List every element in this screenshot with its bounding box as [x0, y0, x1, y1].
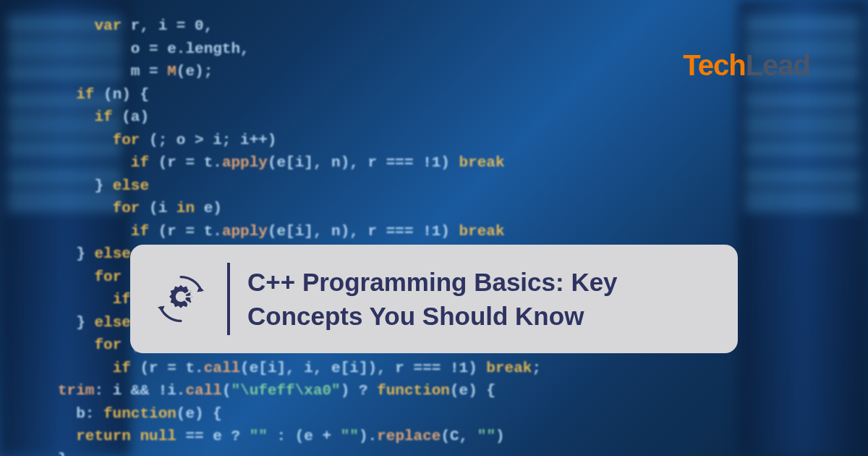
title-card: C++ Programming Basics: Key Concepts You…	[130, 245, 738, 353]
article-title: C++ Programming Basics: Key Concepts You…	[247, 265, 716, 334]
brand-part1: Tech	[683, 49, 745, 81]
svg-point-4	[188, 290, 191, 293]
brand-logo: TechLead	[683, 49, 810, 82]
svg-point-6	[190, 295, 192, 298]
title-divider	[227, 263, 230, 335]
svg-point-8	[187, 302, 190, 305]
gear-circuit-icon	[152, 270, 210, 328]
brand-part2: Lead	[746, 49, 810, 81]
